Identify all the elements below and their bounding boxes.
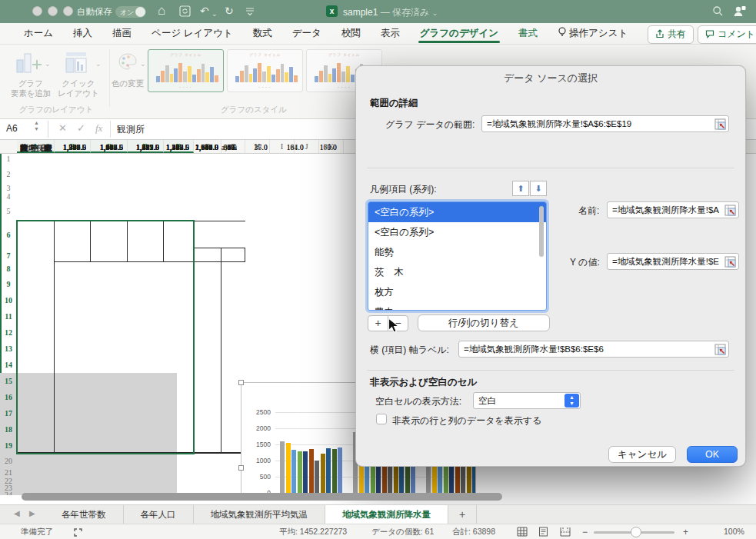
series-list-item[interactable]: <空白の系列> (368, 202, 546, 222)
show-hidden-checkbox[interactable] (376, 414, 387, 424)
row-header-6[interactable]: 6 (0, 221, 17, 249)
chart-handle[interactable] (238, 380, 244, 385)
series-list-item[interactable]: 豊中 (368, 302, 546, 311)
save-sync-icon[interactable] (179, 5, 191, 17)
row-header-1[interactable]: 1 (0, 154, 17, 164)
ribbon-options-icon[interactable] (245, 5, 255, 16)
switch-row-column-button[interactable]: 行/列の切り替え (418, 314, 550, 331)
page-break-view-icon[interactable] (560, 527, 571, 538)
zoom-in-icon[interactable]: + (683, 527, 688, 537)
row-header-18[interactable]: 18 (0, 421, 17, 438)
ribbon-tab-書式[interactable]: 書式 (518, 23, 538, 44)
y-values-field[interactable]: =地域気象観測所降水量!$E (607, 253, 739, 270)
row-header-11[interactable]: 11 (0, 308, 17, 324)
move-series-up-button[interactable]: ⬆ (512, 181, 529, 196)
function-icon[interactable]: fx (95, 122, 102, 135)
row-header-19[interactable]: 19 (0, 438, 17, 454)
row-header-13[interactable]: 13 (0, 341, 17, 357)
chart-handle[interactable] (238, 465, 244, 471)
chevron-down-icon[interactable]: ⌄ (95, 60, 102, 68)
ribbon-tab-校閲[interactable]: 校閲 (341, 23, 361, 44)
name-box[interactable]: A6 (6, 123, 18, 134)
quick-layout-icon[interactable] (63, 51, 94, 80)
quick-layout-label[interactable]: クイックレイアウト (51, 78, 106, 98)
change-colors-label[interactable]: 色の変更 (105, 78, 151, 88)
chevron-down-icon[interactable]: ⌄ (140, 60, 146, 68)
move-series-down-button[interactable]: ⬇ (530, 181, 547, 196)
page-layout-view-icon[interactable] (538, 527, 548, 538)
next-sheet-icon[interactable]: ▶ (29, 509, 35, 517)
chart-style-thumbnail-1[interactable]: グラフ タイトル ▪ ▪ ▪ ▪ (148, 49, 224, 92)
comment-button[interactable]: コメント (698, 25, 756, 44)
ribbon-tab-挿入[interactable]: 挿入 (73, 23, 92, 44)
series-list-item[interactable]: 能勢 (368, 242, 546, 262)
range-picker-icon[interactable] (714, 118, 726, 130)
axis-labels-field[interactable]: =地域気象観測所降水量!$B$6:$E$6 (458, 341, 729, 358)
row-header-2[interactable]: 2 (0, 164, 17, 185)
ribbon-tab-ページ レイアウト[interactable]: ページ レイアウト (152, 23, 233, 44)
row-header-12[interactable]: 12 (0, 324, 17, 341)
sheet-tab-地域気象観測所降水量[interactable]: 地域気象観測所降水量 (325, 505, 448, 524)
row-header-4[interactable]: 4 (0, 191, 17, 202)
chart-range-field[interactable]: =地域気象観測所降水量!$A$6:$E$19 (481, 115, 729, 132)
row-header-17[interactable]: 17 (0, 405, 17, 421)
search-icon[interactable] (712, 5, 724, 17)
sheet-tab-地域気象観測所平均気温[interactable]: 地域気象観測所平均気温 (194, 505, 326, 524)
zoom-out-icon[interactable]: − (582, 527, 588, 537)
row-header-10[interactable]: 10 (0, 292, 17, 308)
row-header-8[interactable]: 8 (0, 262, 17, 276)
zoom-slider-knob[interactable] (631, 527, 641, 537)
ok-button[interactable]: OK (687, 446, 738, 463)
ribbon-tab-描画[interactable]: 描画 (112, 23, 132, 44)
share-presence-icon[interactable] (732, 4, 747, 18)
range-picker-icon[interactable] (714, 344, 726, 355)
series-listbox[interactable]: <空白の系列><空白の系列>能勢茨 木枚方豊中大阪 (368, 201, 547, 311)
add-series-button[interactable]: + (368, 315, 388, 331)
chart-style-thumbnail-2[interactable]: グラフ タイトル ▪ ▪ ▪ ▪ (227, 49, 303, 92)
series-name-field[interactable]: =地域気象観測所降水量!$A (607, 201, 739, 218)
row-header-3[interactable]: 3 (0, 185, 17, 191)
share-button[interactable]: 共有 (648, 25, 694, 44)
ribbon-tab-データ[interactable]: データ (292, 23, 321, 44)
zoom-window-button[interactable] (63, 6, 73, 16)
confirm-entry-icon[interactable]: ✓ (77, 122, 85, 134)
change-colors-icon[interactable] (117, 52, 138, 75)
minimize-window-button[interactable] (48, 6, 58, 16)
row-header-20[interactable]: 20 (0, 454, 17, 468)
formula-content[interactable]: 観測所 (117, 123, 145, 136)
cancel-button[interactable]: キャンセル (608, 446, 676, 463)
ribbon-tab-ホーム[interactable]: ホーム (24, 23, 53, 44)
name-box-stepper[interactable]: ▲▼ (34, 120, 39, 132)
undo-chevron-icon[interactable]: ⌄ (211, 7, 218, 21)
row-header-5[interactable]: 5 (0, 202, 17, 221)
series-list-item[interactable]: <空白の系列> (368, 222, 546, 242)
ribbon-tab-操作アシスト[interactable]: 操作アシスト (558, 23, 628, 44)
cancel-entry-icon[interactable]: ✕ (58, 122, 67, 134)
listbox-scrollbar[interactable] (539, 206, 544, 257)
row-header-14[interactable]: 14 (0, 357, 17, 373)
ribbon-tab-表示[interactable]: 表示 (381, 23, 400, 44)
close-window-button[interactable] (32, 6, 42, 16)
ribbon-tab-グラフのデザイン[interactable]: グラフのデザイン (420, 23, 498, 44)
prev-sheet-icon[interactable]: ◀ (14, 509, 20, 517)
series-list-item[interactable]: 枚方 (368, 282, 546, 302)
sheet-tab-各年人口[interactable]: 各年人口 (124, 505, 194, 524)
chevron-down-icon[interactable]: ⌄ (45, 60, 51, 68)
ribbon-tab-数式[interactable]: 数式 (253, 23, 272, 44)
row-header-9[interactable]: 9 (0, 276, 17, 292)
horizontal-scrollbar[interactable] (22, 493, 502, 501)
redo-icon[interactable]: ↻ (225, 4, 234, 18)
autosave-toggle[interactable]: オン (115, 6, 146, 18)
undo-icon[interactable]: ↶ (200, 4, 209, 18)
sheet-tab-各年世帯数[interactable]: 各年世帯数 (45, 505, 124, 524)
range-picker-icon[interactable] (724, 205, 736, 216)
row-header-15[interactable]: 15 (0, 373, 17, 389)
add-chart-element-icon[interactable] (14, 51, 45, 80)
empty-cells-dropdown[interactable]: 空白 ▲▼ (473, 392, 581, 409)
row-header-16[interactable]: 16 (0, 389, 17, 405)
range-picker-icon[interactable] (724, 256, 736, 268)
home-icon[interactable]: ⌂ (158, 4, 165, 18)
zoom-slider[interactable] (594, 531, 674, 534)
add-sheet-button[interactable]: + (448, 505, 477, 524)
row-header-7[interactable]: 7 (0, 249, 17, 262)
